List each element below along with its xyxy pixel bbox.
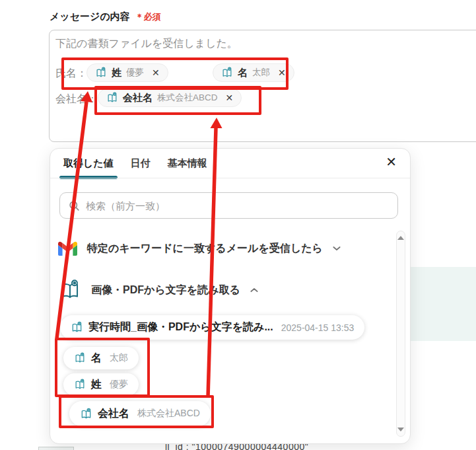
popup-tabs: 取得した値 日付 基本情報: [59, 157, 211, 178]
background-box-fragment: [38, 447, 74, 450]
ocr-book-icon: [71, 321, 83, 334]
chip-value: 株式会社ABCD: [157, 92, 218, 104]
chevron-down-icon[interactable]: [331, 243, 343, 254]
gmail-icon: [58, 241, 77, 256]
ocr-book-icon: [221, 67, 233, 79]
value-pill-runtime[interactable]: 実行時間_画像・PDFから文字を読み... 2025-04-15 13:53: [60, 315, 364, 340]
editor-company-label: 会社名：: [55, 93, 98, 106]
search-icon: [68, 200, 81, 212]
ocr-book-icon: [80, 408, 92, 420]
pill-label: 姓: [91, 378, 102, 392]
chevron-up-icon[interactable]: [248, 285, 260, 295]
scrollbar[interactable]: [396, 231, 405, 437]
pill-value: 株式会社ABCD: [137, 408, 200, 420]
tabs-divider: [50, 178, 410, 178]
group-gmail-trigger[interactable]: 特定のキーワードに一致するメールを受信したら: [58, 241, 343, 256]
group-label: 画像・PDFから文字を読み取る: [91, 283, 240, 297]
pill-label: 会社名: [98, 407, 129, 421]
chip-label: 会社名: [123, 92, 153, 104]
chip-remove-icon[interactable]: ✕: [152, 67, 160, 78]
ocr-book-icon: [95, 67, 107, 79]
variable-chip-last-name[interactable]: 姓 優夢 ✕: [86, 63, 168, 82]
ocr-book-icon: [59, 278, 81, 302]
tab-date[interactable]: 日付: [127, 157, 154, 178]
tab-retrieved-values[interactable]: 取得した値: [59, 157, 118, 178]
editor-name-label: 氏名：: [55, 67, 87, 81]
close-icon[interactable]: ✕: [386, 155, 397, 169]
chip-value: 優夢: [126, 67, 144, 79]
pill-value: 優夢: [110, 379, 128, 391]
variable-chip-company[interactable]: 会社名 株式会社ABCD ✕: [98, 89, 242, 107]
tab-basic-info[interactable]: 基本情報: [164, 157, 211, 178]
chip-value: 太郎: [252, 67, 270, 79]
pill-label: 実行時間_画像・PDFから文字を読み...: [88, 320, 273, 334]
variable-picker-popup: 取得した値 日付 基本情報 ✕ 特定のキーワードに一致するメールを受信したら 画…: [50, 148, 411, 444]
value-pill-last-name[interactable]: 姓 優夢: [63, 373, 139, 396]
scroll-up-icon[interactable]: [397, 236, 404, 240]
value-pill-company[interactable]: 会社名 株式会社ABCD: [69, 401, 211, 426]
screen: ll_id : "10000749000004440000" メッセージの内容 …: [0, 0, 476, 450]
chip-label: 姓: [112, 67, 121, 79]
editor-text-line: 下記の書類ファイルを受信しました。: [55, 37, 238, 51]
variable-chip-first-name[interactable]: 名 太郎 ✕: [213, 63, 294, 82]
value-pill-first-name[interactable]: 名 太郎: [63, 347, 139, 369]
chip-remove-icon[interactable]: ✕: [226, 93, 234, 103]
field-header: メッセージの内容 ＊必須: [50, 11, 161, 23]
search-box[interactable]: [59, 192, 398, 219]
pill-label: 名: [91, 352, 102, 365]
field-title: メッセージの内容: [50, 11, 130, 23]
pill-timestamp: 2025-04-15 13:53: [281, 322, 355, 333]
pill-value: 太郎: [110, 352, 128, 364]
scroll-down-icon[interactable]: [397, 428, 404, 431]
group-label: 特定のキーワードに一致するメールを受信したら: [87, 242, 323, 256]
ocr-book-icon: [74, 352, 86, 364]
ocr-book-icon: [74, 379, 86, 391]
search-input[interactable]: [86, 200, 390, 211]
ocr-book-icon: [106, 92, 118, 104]
chip-label: 名: [238, 67, 248, 79]
required-badge: ＊必須: [135, 11, 161, 23]
chip-remove-icon[interactable]: ✕: [278, 67, 286, 78]
group-ocr-read[interactable]: 画像・PDFから文字を読み取る: [59, 278, 260, 302]
background-panel-fragment: [411, 267, 476, 341]
